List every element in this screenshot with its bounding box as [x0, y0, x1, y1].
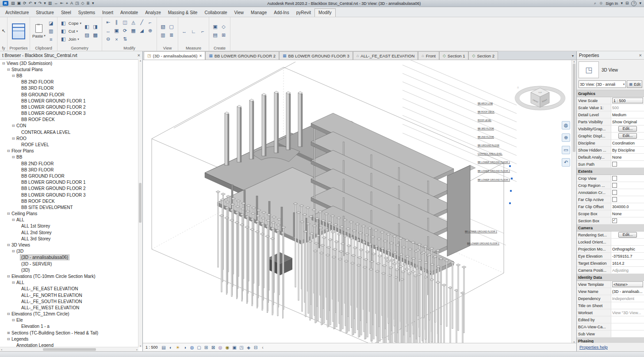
tree-item[interactable]: BB LOWER GROUND FLOOR 3 [0, 192, 138, 198]
shadows-icon[interactable]: ◑ [182, 344, 188, 351]
property-row[interactable]: Visibility/Grap... Edit... [577, 125, 644, 133]
properties-button[interactable] [10, 21, 27, 42]
tree-item-label[interactable]: ALL [15, 280, 25, 285]
tree-item-label[interactable]: BB LOWER GROUND FLOOR 2 [20, 186, 87, 191]
tree-expander-icon[interactable]: ⊟ [11, 155, 15, 159]
property-value[interactable]: 304000.0 [611, 203, 644, 210]
view-tab-3d-annalisabulasa06[interactable]: ◳ (3D - annalisabulasa06) × [144, 51, 205, 60]
property-value[interactable] [611, 323, 644, 330]
ribbon-tab[interactable]: Massing & Site [165, 9, 201, 17]
close-icon[interactable]: × [639, 53, 642, 58]
modify-tool-icon[interactable]: ⟳ [121, 27, 129, 34]
undo-caret-icon[interactable]: ▾ [34, 1, 36, 6]
tree-item-label[interactable]: (3D) [20, 268, 31, 273]
tree-item[interactable]: ⊟ Floor Plans [0, 148, 138, 154]
tree-expander-icon[interactable]: ⊟ [6, 274, 11, 278]
tree-expander-icon[interactable]: ⊟ [6, 337, 11, 341]
checkbox[interactable] [612, 190, 617, 195]
tree-item[interactable]: ⊟ Elevations (TC-10mm Circle Section Mar… [0, 273, 138, 279]
lock-3d-view-icon[interactable]: ⊠ [210, 344, 217, 351]
tree-item[interactable]: ⊟ (3D [0, 248, 138, 254]
modify-tool-icon[interactable]: ╱ [138, 19, 146, 26]
tree-expander-icon[interactable]: ⊟ [6, 243, 11, 247]
view-tool-icon[interactable]: ▢ [168, 23, 175, 30]
property-row[interactable]: Graphic Displ... Edit... [577, 133, 644, 140]
modify-tool-icon[interactable]: ⇅ [121, 36, 129, 43]
property-value[interactable]: None [611, 210, 644, 217]
property-value[interactable]: (3D - annalisab... [611, 288, 644, 295]
edit-type-button[interactable]: ▦ Edit [627, 80, 642, 88]
tree-item[interactable]: ALL-_FE_WEST ELEVATION [0, 304, 138, 311]
tree-item-label[interactable]: Elevations (TC-10mm Circle Section Mark) [11, 274, 96, 279]
properties-help-link[interactable]: Properties help [577, 343, 644, 351]
property-value[interactable] [611, 189, 644, 196]
ribbon-tab[interactable]: View [231, 9, 248, 17]
tree-item[interactable]: BB GROUND FLOOR [0, 91, 138, 98]
ribbon-tab[interactable]: Insert [99, 9, 117, 17]
tree-expander-icon[interactable]: ⊞ [6, 331, 11, 335]
browser-horizontal-scrollbar[interactable]: ◂▸ [0, 347, 138, 351]
tree-item[interactable]: ALL-_FE_SOUTH ELEVATION [0, 298, 138, 304]
previous-view-icon[interactable]: ↶ [562, 158, 570, 167]
selection-grips[interactable] [509, 165, 513, 204]
open-icon[interactable]: ▤ [11, 1, 15, 6]
tree-item-label[interactable]: Elevation 1 - a [20, 324, 50, 329]
geometry-extra-icon[interactable]: ▨ [83, 31, 91, 38]
property-row[interactable]: Rendering Set... Edit... [577, 232, 644, 239]
tree-item[interactable]: ROOF LEVEL [0, 141, 138, 148]
section-icon[interactable]: ◇ [81, 1, 84, 6]
tree-item-label[interactable]: BB [15, 155, 23, 160]
view-tab-front[interactable]: ⌂ Front × [418, 51, 439, 60]
tree-item[interactable]: BB ROOF DECK [0, 198, 138, 204]
tree-item[interactable]: ⊟ Legends [0, 336, 138, 342]
tree-expander-icon[interactable]: ⊟ [6, 212, 11, 216]
view-tool-icon[interactable]: ≣ [168, 31, 175, 38]
tree-item[interactable]: BB LOWER GROUND FLOOR 1 [0, 179, 138, 186]
redo-icon[interactable]: ↷ [38, 1, 42, 6]
tree-item-label[interactable]: BB [15, 73, 23, 78]
tree-item[interactable]: ⊟ BB [0, 72, 138, 79]
tree-item-label[interactable]: ALL-_FE_EAST ELEVATION [20, 286, 79, 291]
property-row[interactable]: Crop View [577, 175, 644, 182]
tree-item-label[interactable]: BB LOWER GROUND FLOOR 1 [20, 180, 87, 185]
measure-tool-icon[interactable]: ∟ [190, 28, 197, 35]
tree-item[interactable]: ⊞ Sections (TC-Building Section - Head &… [0, 330, 138, 336]
property-value[interactable] [611, 175, 644, 182]
tree-item[interactable]: BB 3RD FLOOR [0, 167, 138, 173]
tree-item-label[interactable]: ALL-_FE_SOUTH ELEVATION [20, 299, 83, 304]
measure-tool-icon[interactable]: ⌐ [199, 28, 207, 35]
checkbox[interactable] [612, 183, 617, 188]
property-value[interactable]: Adjusting [611, 267, 644, 273]
help-icon[interactable]: ? [631, 1, 636, 6]
modify-tool-icon[interactable]: × [113, 36, 120, 43]
redo-caret-icon[interactable]: ▾ [44, 1, 46, 6]
tree-item[interactable]: ⊟ BB [0, 154, 138, 160]
panel-label-clipboard[interactable]: Clipboard [30, 45, 57, 51]
property-row[interactable]: Workset View "3D View... [577, 309, 644, 316]
tree-item-label[interactable]: (3D - annalisabulasa06) [20, 255, 69, 260]
property-row[interactable]: Far Clip Offset 304000.0 [577, 203, 644, 210]
tree-expander-icon[interactable]: ⊟ [11, 124, 15, 128]
property-row[interactable]: Dependency Independent [577, 295, 644, 302]
3d-model-canvas[interactable]: TOP FRONT RIGHT ⌂ [143, 60, 573, 346]
geometry-button[interactable]: ◧ Cut ▾ [60, 27, 81, 35]
tree-item[interactable]: BB 2ND FLOOR [0, 160, 138, 167]
tree-item-label[interactable]: CONTROL AREA LEVEL [20, 130, 71, 135]
checkbox[interactable] [612, 162, 617, 167]
ribbon-tab[interactable]: Steel [58, 9, 75, 17]
close-tab-icon[interactable]: × [199, 53, 202, 58]
default-3d-view-icon[interactable]: ◳ [75, 1, 79, 6]
property-value[interactable]: <None> [612, 281, 643, 287]
tree-item-label[interactable]: (3D [15, 249, 24, 254]
property-row[interactable]: Parts Visibility Show Original [577, 118, 644, 125]
tree-item-label[interactable]: ALL 2nd Storey [20, 230, 53, 235]
property-row[interactable]: Far Clip Active [577, 196, 644, 203]
search-icon[interactable]: ⌕ [594, 1, 596, 6]
sign-in-button[interactable]: Sign In [606, 1, 618, 6]
revit-logo[interactable]: R [3, 1, 8, 6]
tree-item-label[interactable]: BB LOWER GROUND FLOOR 2 [20, 105, 87, 110]
modify-tool-icon[interactable]: ↔ [104, 27, 112, 34]
tree-item-label[interactable]: Sections (TC-Building Section - Head & T… [11, 330, 99, 335]
property-value[interactable]: None [611, 154, 644, 160]
view-tab-section-1[interactable]: ◇ Section 1 × [439, 51, 469, 60]
